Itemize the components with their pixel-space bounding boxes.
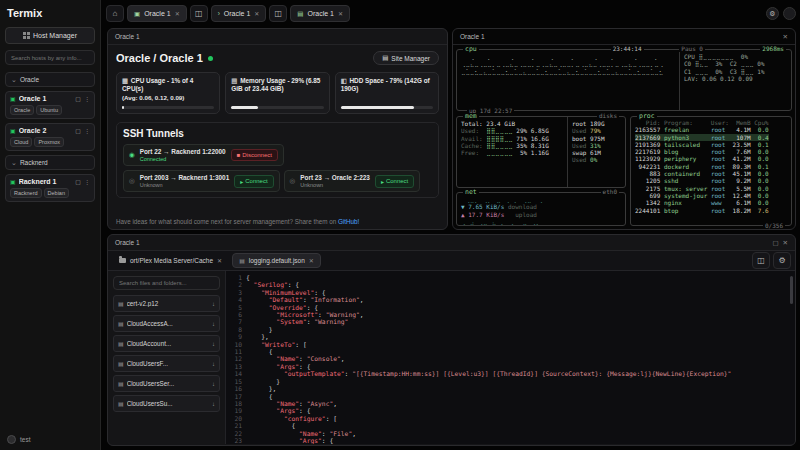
file-item[interactable]: ▤CloudAccount...↓ <box>113 335 220 352</box>
tunnel-card: ◎Port 2003 → Racknerd 1:3001Unknown▸ Con… <box>123 170 280 192</box>
download-icon[interactable]: ↓ <box>212 381 215 387</box>
memory-icon: ▤ <box>231 77 237 84</box>
download-icon[interactable]: ↓ <box>212 321 215 327</box>
file-name: CloudAccount... <box>127 340 209 347</box>
file-icon: ▤ <box>118 380 124 387</box>
code-editor[interactable]: 1234567891011121314151617181920212223 { … <box>226 271 795 444</box>
file-search-input[interactable] <box>113 276 220 290</box>
more-icon[interactable]: ⋮ <box>84 178 90 185</box>
file-item[interactable]: ▤CloudUsersSer...↓ <box>113 375 220 392</box>
terminal-panel-header: Oracle 1 ✕ <box>453 29 795 45</box>
file-item[interactable]: ▤CloudUsersSu...↓ <box>113 395 220 412</box>
home-button[interactable]: ⌂ <box>106 5 124 22</box>
close-icon[interactable]: ✕ <box>309 257 314 264</box>
disconnect-button[interactable]: ■ Disconnect <box>231 149 278 161</box>
file-tab-1[interactable]: ort/Plex Media Server/Cache✕ <box>112 253 229 268</box>
host-tag: Proxmox <box>34 137 64 147</box>
download-icon[interactable]: ↓ <box>212 301 215 307</box>
power-icon: ▸ <box>381 178 384 185</box>
settings-gear-icon[interactable]: ⚙ <box>773 252 791 269</box>
site-manager-button[interactable]: ▤ Site Manager <box>373 51 439 65</box>
file-name: CloudUsersSer... <box>127 380 209 387</box>
cpu-meters: CPU ⣿⣀⣀⣀⣀⣀⣀⣀ 0% C0 ⣿⣄⣀ 3% C2 ⣀⣀⣀ 0% C1 ⣀… <box>679 50 791 110</box>
power-icon: ■ <box>237 152 241 158</box>
net-box-title: net <box>463 189 479 196</box>
btop-cpu-box: cpu Paus 0 23:44:14 2968ms up 17d 22:57 … <box>456 49 792 111</box>
file-name: CloudUsersF... <box>127 360 209 367</box>
host-card-racknerd-1[interactable]: ▣Racknerd 1▢⋮RacknerdDebian <box>5 174 95 202</box>
tab-oracle-1-1[interactable]: ▣Oracle 1✕ <box>127 5 187 22</box>
close-icon[interactable]: ✕ <box>338 10 343 17</box>
host-card-oracle-2[interactable]: ▣Oracle 2▢⋮CloudProxmox <box>5 123 95 151</box>
file-panel-title: Oracle 1 <box>115 239 140 246</box>
file-icon: ▤ <box>239 257 245 264</box>
host-manager-button[interactable]: Host Manager <box>5 27 95 44</box>
download-icon[interactable]: ↓ <box>212 341 215 347</box>
connect-button[interactable]: ▸ Connect <box>234 175 273 188</box>
download-icon[interactable]: ↓ <box>212 401 215 407</box>
close-icon[interactable]: ✕ <box>217 257 222 264</box>
connect-button[interactable]: ▸ Connect <box>375 175 414 188</box>
stats-row: ▦ CPU Usage - 1% of 4 CPU(s)(Avg: 0.06, … <box>116 72 439 114</box>
split-view-button[interactable]: ◫ <box>752 252 770 269</box>
expand-icon[interactable]: ▢ <box>772 239 778 247</box>
file-tab-2[interactable]: ▤logging.default.json✕ <box>232 253 321 268</box>
settings-gear-icon[interactable]: ⚙ <box>766 7 779 20</box>
terminal-screen[interactable]: cpu Paus 0 23:44:14 2968ms up 17d 22:57 … <box>456 46 792 226</box>
tab-oracle-1-3[interactable]: ▤Oracle 1✕ <box>290 5 350 22</box>
tab-list: ▣Oracle 1✕◫›Oracle 1✕◫▤Oracle 1✕ <box>127 5 350 22</box>
breadcrumb: Oracle / Oracle 1 <box>116 52 203 64</box>
file-panel-body: ▤cert-v2.p12↓▤CloudAccessA...↓▤CloudAcco… <box>108 271 795 444</box>
progress-bar <box>122 106 214 109</box>
file-item[interactable]: ▤CloudAccessA...↓ <box>113 315 220 332</box>
host-name: Oracle 1 <box>19 95 73 102</box>
github-link[interactable]: GitHub! <box>338 218 359 225</box>
disks-label: disks <box>597 113 619 119</box>
file-item[interactable]: ▤cert-v2.p12↓ <box>113 295 220 312</box>
file-item[interactable]: ▤CloudUsersF...↓ <box>113 355 220 372</box>
terminal-icon[interactable]: ▢ <box>75 178 81 185</box>
host-card-oracle-1[interactable]: ▣Oracle 1▢⋮OracleUbuntu <box>5 91 95 119</box>
power-icon: ▸ <box>240 178 243 185</box>
progress-bar <box>341 106 433 109</box>
server-icon: ▣ <box>10 178 16 185</box>
tab-oracle-1-2[interactable]: ›Oracle 1✕ <box>211 5 267 22</box>
tab-label: logging.default.json <box>249 257 305 264</box>
close-icon[interactable]: ✕ <box>254 10 259 17</box>
progress-bar <box>231 106 323 109</box>
app-brand: Termix <box>7 7 95 19</box>
split-view-button[interactable]: ◫ <box>269 5 287 22</box>
terminal-panel-title: Oracle 1 <box>460 33 485 40</box>
file-name: CloudAccessA... <box>127 320 209 327</box>
sidebar-group-racknerd[interactable]: ⌄Racknerd <box>5 155 95 170</box>
file-icon: ▤ <box>118 360 124 367</box>
code-content: { "Serilog": { "MinimumLevel": { "Defaul… <box>246 274 795 444</box>
split-view-button[interactable]: ◫ <box>190 5 208 22</box>
breadcrumb-row: Oracle / Oracle 1 ▤ Site Manager <box>116 51 439 65</box>
more-icon[interactable]: ⋮ <box>84 95 90 102</box>
btop-net-box: net eth0 ⠀⢀⣀⡀⠀⢀⡀⠀⣀⠀⢀⠀⡀⠀⢀⣀⠀⠀⡀⠀ ▼ 7.65 KiB… <box>456 192 626 226</box>
sidebar-group-oracle[interactable]: ⌄Oracle <box>5 72 95 87</box>
user-avatar-icon[interactable] <box>7 435 16 444</box>
host-search-input[interactable] <box>5 50 95 65</box>
host-name: Oracle 2 <box>19 127 73 134</box>
stat-title: ▦ CPU Usage - 1% of 4 CPU(s) <box>122 77 214 94</box>
download-icon[interactable]: ↓ <box>212 361 215 367</box>
profile-avatar-icon[interactable] <box>783 7 796 20</box>
chevron-down-icon: ⌄ <box>11 159 17 166</box>
overview-panel-header: Oracle 1 <box>108 29 447 45</box>
editor-scrollbar[interactable] <box>790 276 793 304</box>
terminal-icon[interactable]: ▢ <box>75 95 81 102</box>
terminal-icon[interactable]: ▢ <box>75 127 81 134</box>
mem-stats: Total: 23.4 GiB Used: ⣿⣿⣀⣀⣀⣀ 29% 6.85G A… <box>457 117 567 187</box>
close-icon[interactable]: ✕ <box>783 33 788 41</box>
site-manager-label: Site Manager <box>391 55 430 62</box>
close-icon[interactable]: ✕ <box>175 10 180 17</box>
proc-count-label: 0/356 <box>763 223 785 229</box>
feedback-text: Have ideas for what should come next for… <box>116 218 338 225</box>
close-icon[interactable]: ✕ <box>783 239 788 247</box>
feedback-footer: Have ideas for what should come next for… <box>116 218 439 225</box>
host-tag: Oracle <box>10 105 34 115</box>
sidebar: Termix Host Manager ⌄Oracle▣Oracle 1▢⋮Or… <box>0 0 101 450</box>
more-icon[interactable]: ⋮ <box>84 127 90 134</box>
